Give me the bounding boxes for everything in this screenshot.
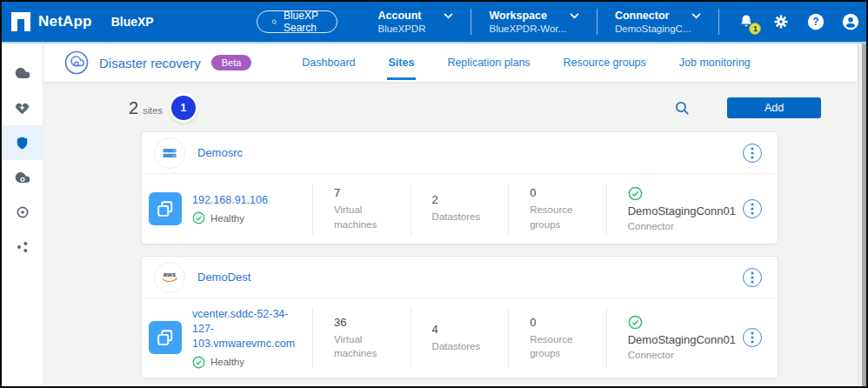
workspace-label: Workspace	[489, 10, 546, 22]
svg-text:?: ?	[813, 16, 819, 28]
app-body: Disaster recovery Beta Dashboard Sites R…	[2, 43, 866, 386]
search-icon	[674, 100, 691, 117]
search-label: BlueXP Search	[284, 10, 324, 34]
site-avatar	[154, 137, 185, 169]
site-avatar: aws	[154, 262, 185, 293]
svg-text:aws: aws	[164, 271, 176, 278]
connector-column: DemoStagingConn01 Connector	[606, 183, 743, 235]
connector-name: DemoStagingConn01	[628, 333, 736, 346]
user-icon	[841, 12, 860, 31]
stat-value: 0	[530, 186, 599, 199]
shield-icon	[15, 136, 30, 151]
vm-stack-icon	[156, 328, 175, 347]
server-icon	[161, 144, 178, 162]
stat-label: Datastores	[432, 210, 486, 224]
brand-netapp: NetApp	[38, 13, 92, 30]
tab-dashboard[interactable]: Dashboard	[300, 45, 357, 80]
netapp-logo-icon	[10, 11, 31, 32]
chevron-down-icon	[444, 13, 453, 19]
vcenter-tile	[149, 321, 182, 354]
sidebar-item-storage[interactable]	[2, 56, 43, 90]
vertical-scrollbar[interactable]	[858, 43, 866, 386]
stat-value: 4	[432, 323, 502, 336]
connector-check-icon	[628, 315, 643, 330]
connector-name: DemoStagingConn01	[628, 204, 736, 217]
health-icon	[15, 101, 30, 116]
header-divider	[718, 9, 719, 35]
header-menus: Account BlueXPDR Workspace BlueXPDR-Wor.…	[360, 9, 719, 35]
host-link[interactable]: vcenter.sddc-52-34-127-103.vmwarevmc.com	[192, 307, 305, 351]
stat-label: Virtual machines	[334, 332, 388, 360]
stat-resource-groups: 0 Resource groups	[508, 183, 606, 235]
toolbar-actions: Add	[674, 97, 821, 118]
left-sidebar	[2, 43, 43, 386]
host-menu-button[interactable]	[743, 328, 762, 347]
site-name-link[interactable]: DemoDest	[197, 271, 250, 284]
stat-datastores: 4 Datastores	[411, 307, 509, 369]
healthy-check-icon	[192, 356, 205, 369]
workspace-menu[interactable]: Workspace BlueXPDR-Wor...	[471, 10, 596, 34]
sites-content: 2 sites 1 Add	[43, 82, 858, 386]
site-menu-button[interactable]	[743, 144, 762, 163]
sidebar-item-protection-active[interactable]	[2, 125, 43, 160]
stat-virtual-machines: 7 Virtual machines	[312, 183, 411, 235]
host-menu-button[interactable]	[743, 199, 762, 218]
kebab-menu-icon	[751, 147, 754, 159]
stat-value: 2	[432, 193, 502, 206]
chevron-down-icon	[691, 13, 701, 19]
sites-count: 2	[129, 98, 138, 118]
connector-menu[interactable]: Connector DemoStagingC...	[598, 10, 719, 34]
sites-count-label: sites	[143, 105, 163, 116]
sidebar-item-backup[interactable]	[2, 160, 43, 195]
workspace-value: BlueXPDR-Wor...	[489, 23, 578, 34]
sidebar-item-copy-sync[interactable]	[2, 195, 43, 230]
health-status: Healthy	[210, 213, 244, 224]
stat-label: Resource groups	[530, 203, 584, 231]
help-button[interactable]: ?	[805, 10, 827, 33]
beta-badge: Beta	[211, 55, 252, 70]
site-name-link[interactable]: Demosrc	[197, 146, 243, 159]
backup-recovery-icon	[15, 170, 30, 185]
top-header-bar: NetApp BlueXP BlueXP Search Account Blue…	[2, 2, 866, 43]
page-title: Disaster recovery	[99, 56, 201, 70]
sidebar-item-share[interactable]	[2, 230, 43, 264]
bluexp-search[interactable]: BlueXP Search	[257, 10, 338, 33]
copy-sync-icon	[16, 205, 30, 219]
site-card-details: vcenter.sddc-52-34-127-103.vmwarevmc.com…	[142, 298, 778, 378]
annotation-callout-1: 1	[171, 96, 196, 120]
host-link[interactable]: 192.168.91.106	[192, 193, 305, 208]
service-subheader: Disaster recovery Beta Dashboard Sites R…	[43, 43, 858, 82]
cloud-icon	[15, 65, 30, 81]
disaster-recovery-icon	[64, 50, 89, 75]
settings-button[interactable]	[770, 10, 792, 33]
kebab-menu-icon	[751, 271, 754, 284]
add-site-button[interactable]: Add	[727, 97, 821, 118]
site-card-header: Demosrc	[142, 132, 778, 174]
account-menu[interactable]: Account BlueXPDR	[360, 10, 471, 34]
site-menu-button[interactable]	[743, 268, 762, 287]
stat-value: 0	[530, 316, 599, 329]
sites-toolbar: 2 sites 1 Add	[129, 96, 821, 120]
stat-value: 7	[334, 186, 404, 199]
sidebar-item-health[interactable]	[2, 90, 43, 125]
main-area: Disaster recovery Beta Dashboard Sites R…	[43, 43, 858, 386]
stat-resource-groups: 0 Resource groups	[508, 307, 606, 369]
vcenter-tile	[149, 192, 182, 225]
filter-search-button[interactable]	[674, 100, 691, 117]
tab-job-monitoring[interactable]: Job monitoring	[678, 45, 752, 80]
gear-icon	[772, 13, 790, 30]
tab-sites[interactable]: Sites	[387, 45, 417, 80]
notifications-button[interactable]: 1	[735, 10, 758, 33]
aws-icon: aws	[159, 269, 180, 286]
user-button[interactable]	[839, 10, 862, 33]
stat-datastores: 2 Datastores	[411, 183, 509, 235]
tab-replication-plans[interactable]: Replication plans	[445, 45, 531, 80]
kebab-menu-icon	[751, 203, 754, 215]
help-icon: ?	[806, 12, 825, 31]
tab-resource-groups[interactable]: Resource groups	[562, 45, 648, 80]
brand[interactable]: NetApp BlueXP	[10, 11, 154, 32]
account-label: Account	[377, 10, 421, 22]
connector-check-icon	[628, 186, 643, 201]
site-card-demodest: aws DemoDest vcenter.sddc-52-34-127-103.…	[141, 256, 778, 378]
health-status: Healthy	[210, 357, 244, 367]
